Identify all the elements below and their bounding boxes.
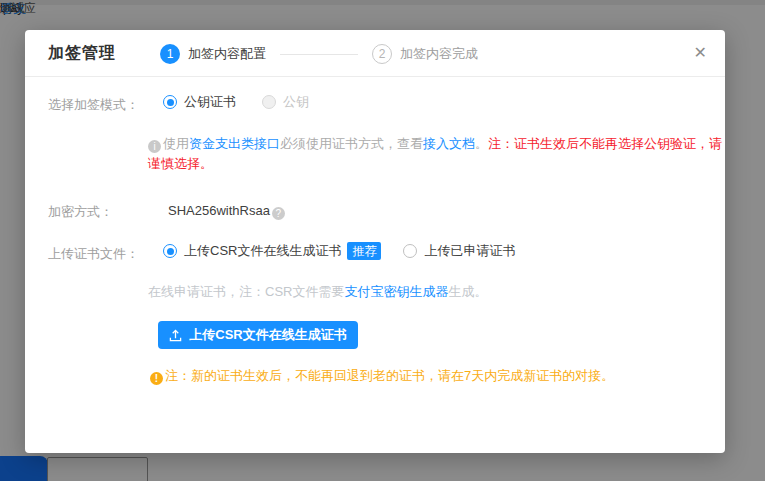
dialog-title: 加签管理 bbox=[48, 43, 116, 64]
radio-upload-csr-label: 上传CSR文件在线生成证书 bbox=[184, 242, 341, 260]
sign-mode-radio-group: 公钥证书 公钥 bbox=[163, 93, 309, 111]
sign-management-dialog: 加签管理 1 加签内容配置 2 加签内容完成 ✕ 选择加签模式： 公钥证书 公钥… bbox=[25, 30, 725, 453]
key-generator-link[interactable]: 支付宝密钥生成器 bbox=[344, 284, 448, 299]
upload-csr-button-label: 上传CSR文件在线生成证书 bbox=[189, 326, 346, 344]
upload-csr-button[interactable]: 上传CSR文件在线生成证书 bbox=[158, 321, 358, 349]
radio-public-key-cert[interactable]: 公钥证书 bbox=[163, 93, 236, 111]
radio-circle bbox=[262, 95, 276, 109]
funds-api-link[interactable]: 资金支出类接口 bbox=[189, 136, 280, 151]
radio-upload-existing-label: 上传已申请证书 bbox=[424, 242, 515, 260]
dialog-header: 加签管理 1 加签内容配置 2 加签内容完成 ✕ bbox=[25, 30, 725, 77]
recommended-badge: 推荐 bbox=[347, 242, 381, 260]
upload-cert-label: 上传证书文件： bbox=[48, 245, 139, 263]
radio-public-key-label: 公钥 bbox=[283, 93, 309, 111]
encrypt-mode-label: 加密方式： bbox=[48, 203, 113, 221]
step-indicator: 1 加签内容配置 2 加签内容完成 bbox=[160, 43, 478, 65]
warning-icon: ! bbox=[150, 372, 163, 385]
note-period: 。 bbox=[475, 136, 488, 151]
step-2-label: 加签内容完成 bbox=[400, 45, 478, 63]
upload-cert-radio-group: 上传CSR文件在线生成证书 推荐 上传已申请证书 bbox=[163, 242, 515, 260]
step-1-circle: 1 bbox=[160, 44, 180, 64]
radio-circle bbox=[163, 244, 177, 258]
radio-upload-csr[interactable]: 上传CSR文件在线生成证书 推荐 bbox=[163, 242, 381, 260]
radio-circle bbox=[163, 95, 177, 109]
upload-icon bbox=[169, 329, 182, 342]
sign-mode-label: 选择加签模式： bbox=[48, 96, 139, 114]
note-prefix: 使用 bbox=[163, 136, 189, 151]
close-icon[interactable]: ✕ bbox=[694, 43, 707, 63]
radio-circle bbox=[403, 244, 417, 258]
encrypt-mode-value: SHA256withRsaa? bbox=[168, 203, 285, 220]
radio-upload-existing[interactable]: 上传已申请证书 bbox=[403, 242, 515, 260]
note-middle: 必须使用证书方式，查看 bbox=[280, 136, 423, 151]
cert-mode-note: i使用资金支出类接口必须使用证书方式，查看接入文档。注：证书生效后不能再选择公钥… bbox=[148, 134, 730, 173]
csr-hint: 在线申请证书，注：CSR文件需要支付宝密钥生成器生成。 bbox=[148, 283, 487, 301]
hint-prefix: 在线申请证书，注：CSR文件需要 bbox=[148, 284, 344, 299]
step-2-circle: 2 bbox=[372, 44, 392, 64]
radio-public-key-cert-label: 公钥证书 bbox=[184, 93, 236, 111]
access-doc-link[interactable]: 接入文档 bbox=[423, 136, 475, 151]
hint-suffix: 生成。 bbox=[448, 284, 487, 299]
info-icon: i bbox=[148, 140, 161, 153]
encrypt-value-text: SHA256withRsaa bbox=[168, 203, 270, 218]
warning-text: 注：新的证书生效后，不能再回退到老的证书，请在7天内完成新证书的对接。 bbox=[165, 368, 614, 383]
step-1-label: 加签内容配置 bbox=[188, 45, 266, 63]
step-connector-line bbox=[280, 54, 358, 55]
radio-public-key: 公钥 bbox=[262, 93, 309, 111]
cert-switch-warning: !注：新的证书生效后，不能再回退到老的证书，请在7天内完成新证书的对接。 bbox=[150, 367, 614, 385]
help-icon[interactable]: ? bbox=[272, 207, 285, 220]
